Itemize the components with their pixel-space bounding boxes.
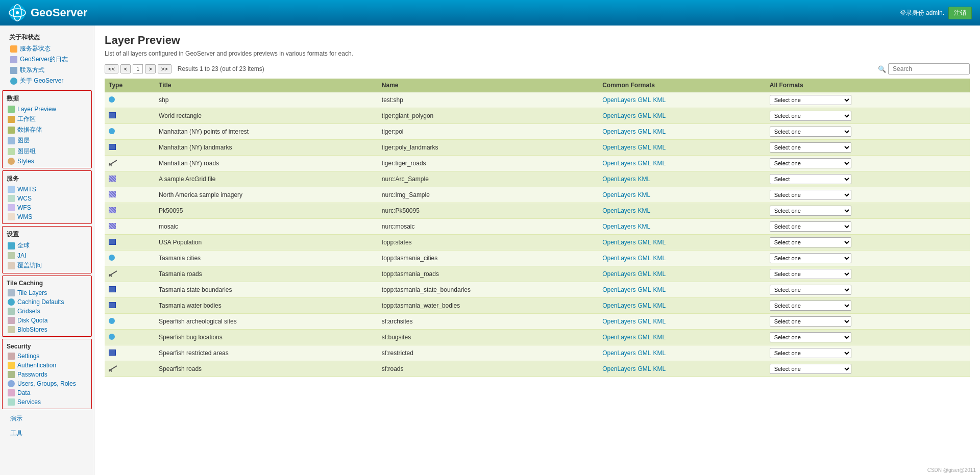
all-formats-select[interactable]: Select one [770, 190, 851, 200]
all-formats-select[interactable]: Select one [770, 142, 851, 153]
format-link-gml[interactable]: GML [638, 128, 651, 135]
sidebar-item-cachingdefaults[interactable]: Caching Defaults [3, 297, 91, 307]
sidebar-item-about[interactable]: 关于 GeoServer [5, 76, 89, 86]
all-formats-select[interactable]: Select one [770, 206, 851, 216]
all-formats-select[interactable]: Select one [770, 348, 851, 358]
search-input[interactable] [888, 63, 970, 74]
format-link-gml[interactable]: GML [638, 270, 651, 278]
sidebar-item-gridsets[interactable]: Gridsets [3, 307, 91, 316]
format-link-gml[interactable]: GML [638, 255, 651, 262]
format-link-kml[interactable]: KML [653, 286, 666, 293]
sidebar-item-passwords[interactable]: Passwords [3, 370, 91, 379]
format-link-openlayers[interactable]: OpenLayers [602, 223, 635, 230]
sidebar-item-blobstores[interactable]: BlobStores [3, 325, 91, 334]
sidebar-item-users[interactable]: Users, Groups, Roles [3, 379, 91, 388]
first-page-button[interactable]: << [105, 64, 118, 73]
format-link-openlayers[interactable]: OpenLayers [602, 112, 635, 119]
format-link-openlayers[interactable]: OpenLayers [602, 128, 635, 135]
prev-page-button[interactable]: < [120, 64, 131, 73]
sidebar-item-styles[interactable]: Styles [3, 157, 91, 166]
format-link-gml[interactable]: GML [638, 365, 651, 372]
sidebar-item-layergroup[interactable]: 图层组 [3, 146, 91, 157]
format-link-gml[interactable]: GML [638, 302, 651, 309]
format-link-gml[interactable]: GML [638, 318, 651, 325]
format-link-kml[interactable]: KML [638, 223, 651, 230]
format-link-kml[interactable]: KML [653, 255, 666, 262]
sidebar-item-wmts[interactable]: WMTS [3, 185, 91, 194]
sidebar-item-coverage[interactable]: 覆盖访问 [3, 260, 91, 271]
format-link-openlayers[interactable]: OpenLayers [602, 160, 635, 167]
all-formats-select[interactable]: Select one [770, 332, 851, 342]
all-formats-select[interactable]: Select one [770, 316, 851, 327]
all-formats-select[interactable]: Select one [770, 237, 851, 247]
all-formats-select[interactable]: Select one [770, 269, 851, 279]
sidebar-item-log[interactable]: GeoServer的日志 [5, 54, 89, 65]
format-link-kml[interactable]: KML [653, 349, 666, 357]
format-link-kml[interactable]: KML [653, 302, 666, 309]
all-formats-select[interactable]: Select one [770, 221, 851, 232]
format-link-kml[interactable]: KML [653, 128, 666, 135]
all-formats-select[interactable]: Select one [770, 364, 851, 374]
format-link-gml[interactable]: GML [638, 112, 651, 119]
all-formats-select[interactable]: Select one [770, 111, 851, 121]
sidebar-item-data[interactable]: Data [3, 388, 91, 397]
format-link-gml[interactable]: GML [638, 239, 651, 246]
format-link-gml[interactable]: GML [638, 286, 651, 293]
all-formats-select[interactable]: Select one [770, 127, 851, 137]
format-link-kml[interactable]: KML [653, 112, 666, 119]
format-link-gml[interactable]: GML [638, 144, 651, 151]
format-link-gml[interactable]: GML [638, 334, 651, 341]
format-link-openlayers[interactable]: OpenLayers [602, 286, 635, 293]
sidebar-item-tilelayers[interactable]: Tile Layers [3, 288, 91, 297]
all-formats-select[interactable]: Select one [770, 95, 851, 105]
format-link-gml[interactable]: GML [638, 160, 651, 167]
sidebar-item-layer-preview[interactable]: Layer Preview [3, 105, 91, 114]
format-link-openlayers[interactable]: OpenLayers [602, 96, 635, 104]
format-link-openlayers[interactable]: OpenLayers [602, 144, 635, 151]
sidebar-item-workspace[interactable]: 工作区 [3, 114, 91, 124]
format-link-kml[interactable]: KML [638, 207, 651, 214]
format-link-kml[interactable]: KML [653, 144, 666, 151]
format-link-openlayers[interactable]: OpenLayers [602, 191, 635, 198]
format-link-openlayers[interactable]: OpenLayers [602, 255, 635, 262]
format-link-kml[interactable]: KML [653, 160, 666, 167]
all-formats-select[interactable]: Select one [770, 285, 851, 295]
logout-button[interactable]: 注销 [948, 7, 972, 19]
last-page-button[interactable]: >> [158, 64, 172, 73]
format-link-gml[interactable]: GML [638, 96, 651, 104]
format-link-kml[interactable]: KML [653, 270, 666, 278]
format-link-openlayers[interactable]: OpenLayers [602, 207, 635, 214]
format-link-kml[interactable]: KML [653, 96, 666, 104]
all-formats-select[interactable]: Select [770, 174, 851, 184]
format-link-openlayers[interactable]: OpenLayers [602, 334, 635, 341]
format-link-kml[interactable]: KML [653, 334, 666, 341]
format-link-openlayers[interactable]: OpenLayers [602, 349, 635, 357]
sidebar-item-contact[interactable]: 联系方式 [5, 65, 89, 76]
format-link-kml[interactable]: KML [653, 365, 666, 372]
sidebar-item-authentication[interactable]: Authentication [3, 361, 91, 370]
sidebar-item-services[interactable]: Services [3, 397, 91, 407]
sidebar-item-server-status[interactable]: 服务器状态 [5, 43, 89, 54]
format-link-openlayers[interactable]: OpenLayers [602, 365, 635, 372]
format-link-openlayers[interactable]: OpenLayers [602, 270, 635, 278]
format-link-kml[interactable]: KML [653, 239, 666, 246]
next-page-button[interactable]: > [145, 64, 155, 73]
format-link-openlayers[interactable]: OpenLayers [602, 318, 635, 325]
format-link-openlayers[interactable]: OpenLayers [602, 176, 635, 183]
sidebar-item-datastore[interactable]: 数据存储 [3, 124, 91, 135]
sidebar-item-layers[interactable]: 图层 [3, 135, 91, 146]
format-link-openlayers[interactable]: OpenLayers [602, 239, 635, 246]
sidebar-item-global[interactable]: 全球 [3, 240, 91, 251]
sidebar-item-diskquota[interactable]: Disk Quota [3, 316, 91, 325]
all-formats-select[interactable]: Select one [770, 301, 851, 311]
format-link-kml[interactable]: KML [653, 318, 666, 325]
all-formats-select[interactable]: Select one [770, 158, 851, 168]
format-link-openlayers[interactable]: OpenLayers [602, 302, 635, 309]
sidebar-item-demo[interactable]: 演示 [5, 413, 89, 424]
all-formats-select[interactable]: Select one [770, 253, 851, 263]
format-link-gml[interactable]: GML [638, 349, 651, 357]
sidebar-item-wcs[interactable]: WCS [3, 194, 91, 203]
sidebar-item-jai[interactable]: JAI [3, 251, 91, 260]
sidebar-item-tools[interactable]: 工具 [5, 428, 89, 439]
format-link-kml[interactable]: KML [638, 191, 651, 198]
